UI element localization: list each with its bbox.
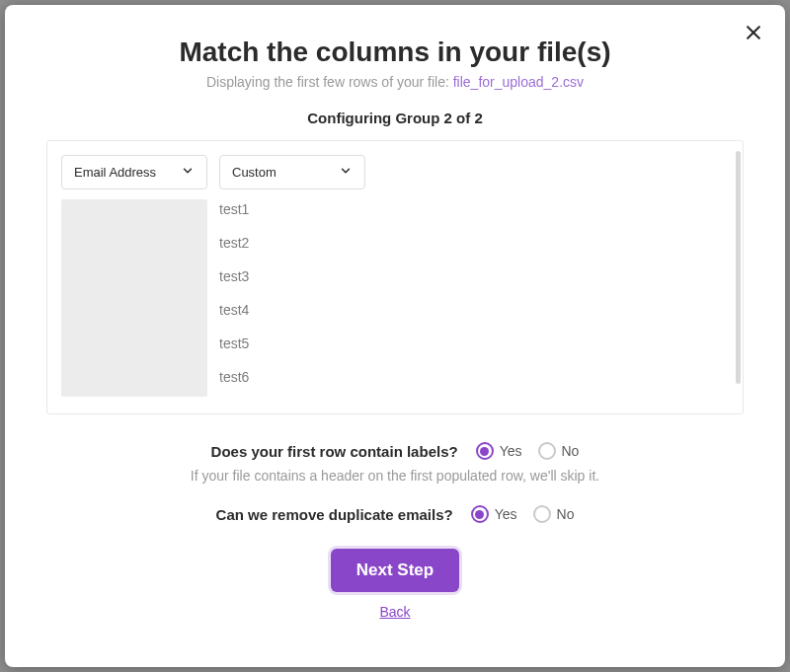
group-progress-label: Configuring Group 2 of 2 [46,110,744,126]
radio-label: No [557,506,575,522]
column-match-modal: Match the columns in your file(s) Displa… [5,5,785,667]
preview-cell: test2 [219,235,729,251]
remove-duplicates-radio-group: Yes No [471,505,575,523]
action-buttons: Next Step Back [46,549,744,620]
next-step-button[interactable]: Next Step [331,549,459,592]
column-1-mapping-select[interactable]: Email Address [61,155,207,189]
scrollbar[interactable] [736,151,741,384]
modal-subtitle: Displaying the first few rows of your fi… [46,74,744,90]
file-name-link[interactable]: file_for_upload_2.csv [453,74,584,90]
remove-duplicates-yes[interactable]: Yes [471,505,517,523]
column-2-mapping-value: Custom [232,165,276,180]
radio-icon [533,505,551,523]
first-row-labels-text: Does your first row contain labels? [211,443,458,460]
first-row-labels-radio-group: Yes No [476,442,580,460]
first-row-labels-helper: If your file contains a header on the fi… [46,468,744,484]
column-1-preview-placeholder [61,199,207,397]
preview-cell: test1 [219,201,729,217]
close-icon [744,29,763,45]
column-1-mapping-value: Email Address [74,165,156,180]
radio-label: Yes [500,443,522,459]
remove-duplicates-question: Can we remove duplicate emails? Yes No [46,505,744,523]
radio-label: No [562,443,580,459]
back-link[interactable]: Back [46,604,744,620]
radio-label: Yes [495,506,517,522]
radio-icon [476,442,494,460]
radio-icon [471,505,489,523]
chevron-down-icon [339,164,353,181]
preview-columns: test1 test2 test3 test4 test5 test6 [47,199,743,403]
column-dropdown-row: Email Address Custom [47,141,743,199]
modal-title: Match the columns in your file(s) [46,37,744,68]
chevron-down-icon [181,164,195,181]
column-2-preview: test1 test2 test3 test4 test5 test6 [219,199,729,403]
first-row-labels-no[interactable]: No [538,442,580,460]
radio-icon [538,442,556,460]
preview-cell: test3 [219,268,729,284]
column-2-mapping-select[interactable]: Custom [219,155,365,189]
remove-duplicates-no[interactable]: No [533,505,575,523]
preview-cell: test5 [219,336,729,351]
subtitle-prefix: Displaying the first few rows of your fi… [206,74,453,90]
first-row-labels-yes[interactable]: Yes [476,442,522,460]
close-button[interactable] [744,23,763,42]
remove-duplicates-text: Can we remove duplicate emails? [216,506,453,523]
preview-cell: test6 [219,369,729,385]
preview-container: Email Address Custom test1 test2 test3 t… [46,140,744,414]
preview-cell: test4 [219,302,729,318]
options-section: Does your first row contain labels? Yes … [46,442,744,523]
first-row-labels-question: Does your first row contain labels? Yes … [46,442,744,460]
